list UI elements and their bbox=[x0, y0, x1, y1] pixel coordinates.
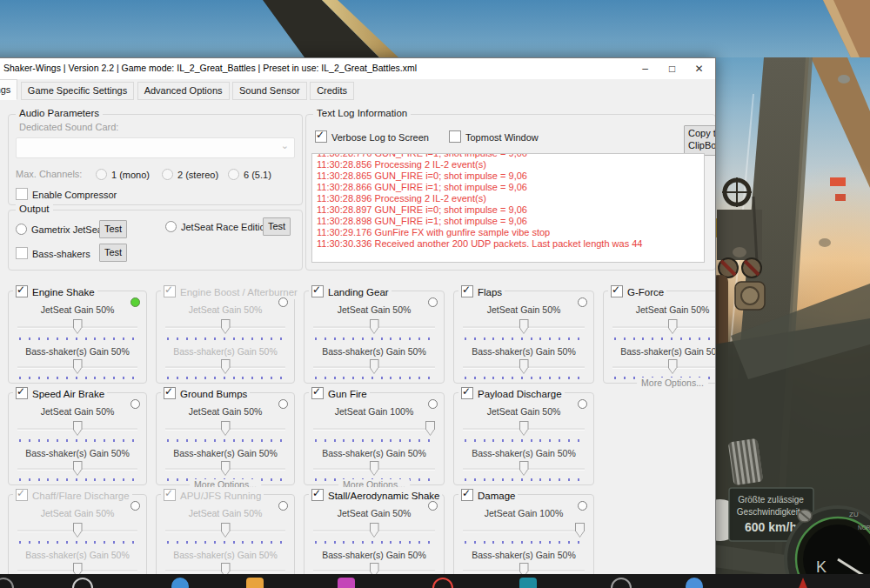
bass-gain-slider[interactable] bbox=[17, 359, 137, 375]
slider-thumb[interactable] bbox=[519, 319, 529, 334]
effect-enable-checkbox[interactable]: ✓ bbox=[164, 489, 176, 501]
tab-credits[interactable]: Credits bbox=[310, 82, 354, 100]
effect-enable-checkbox[interactable]: ✓ bbox=[461, 387, 473, 399]
sim-app-icon[interactable] bbox=[794, 578, 812, 588]
slider-thumb[interactable] bbox=[370, 461, 379, 476]
channels-option-stereo[interactable]: 2 (stereo) bbox=[162, 169, 218, 180]
effect-enable-checkbox[interactable]: ✓ bbox=[164, 387, 176, 399]
effect-enable-checkbox[interactable]: ✓ bbox=[16, 285, 28, 297]
slider-thumb[interactable] bbox=[370, 523, 379, 538]
close-button[interactable]: ✕ bbox=[686, 58, 713, 79]
radio-icon[interactable] bbox=[228, 169, 239, 180]
radio-icon[interactable] bbox=[16, 224, 27, 235]
effect-enable-checkbox[interactable]: ✓ bbox=[461, 285, 473, 297]
slider-thumb[interactable] bbox=[668, 319, 678, 334]
test-gametrix-button[interactable]: Test bbox=[99, 220, 127, 238]
slider-thumb[interactable] bbox=[221, 421, 231, 436]
checkbox-icon[interactable]: ✓ bbox=[315, 130, 327, 143]
taskbar[interactable] bbox=[0, 574, 870, 588]
effect-enable-checkbox[interactable]: ✓ bbox=[311, 387, 324, 399]
effect-enable-checkbox[interactable]: ✓ bbox=[16, 489, 28, 501]
checkbox-icon[interactable]: ✓ bbox=[16, 188, 28, 200]
opera-icon[interactable] bbox=[432, 578, 453, 588]
bass-gain-slider[interactable] bbox=[17, 461, 137, 477]
effect-enable-checkbox[interactable]: ✓ bbox=[16, 387, 28, 399]
slider-thumb[interactable] bbox=[73, 319, 83, 334]
test-race-button[interactable]: Test bbox=[263, 217, 291, 236]
tab-advanced-options[interactable]: Advanced Options bbox=[137, 82, 230, 100]
slider-thumb[interactable] bbox=[221, 461, 231, 476]
steam-icon[interactable] bbox=[611, 578, 632, 588]
jetseat-gain-slider[interactable] bbox=[17, 523, 137, 538]
minimize-button[interactable]: – bbox=[632, 58, 659, 79]
effect-enable-checkbox[interactable]: ✓ bbox=[611, 285, 623, 297]
bass-gain-slider[interactable] bbox=[165, 359, 285, 375]
slider-thumb[interactable] bbox=[221, 359, 231, 374]
tab-general-settings[interactable]: al Settings bbox=[0, 79, 17, 100]
effect-enable-checkbox[interactable]: ✓ bbox=[311, 489, 324, 501]
radio-icon[interactable] bbox=[162, 169, 173, 180]
slider-thumb[interactable] bbox=[73, 421, 83, 436]
jetseat-gain-slider[interactable] bbox=[463, 319, 585, 335]
slider-thumb[interactable] bbox=[519, 359, 529, 374]
jetseat-gain-slider[interactable] bbox=[463, 523, 585, 538]
log-output[interactable]: 11:30:28.776 GUN_FIRE i=1; shot impulse … bbox=[311, 153, 705, 263]
jetseat-gain-slider[interactable] bbox=[612, 319, 716, 335]
slider-thumb[interactable] bbox=[221, 319, 231, 334]
slider-thumb[interactable] bbox=[370, 359, 379, 374]
bass-gain-slider[interactable] bbox=[612, 359, 716, 375]
jetseat-gain-slider[interactable] bbox=[165, 319, 285, 335]
dev-app-icon[interactable] bbox=[519, 578, 537, 588]
tab-game-specific-settings[interactable]: Game Specific Settings bbox=[21, 82, 134, 100]
channels-option-51[interactable]: 6 (5.1) bbox=[228, 169, 271, 180]
checkbox-icon[interactable]: ✓ bbox=[449, 130, 461, 143]
copy-to-clipboard-button[interactable]: Copy tClipBo bbox=[684, 125, 716, 156]
folder-icon[interactable] bbox=[246, 578, 264, 588]
effect-enable-checkbox[interactable]: ✓ bbox=[461, 489, 473, 501]
enable-compressor-checkbox[interactable]: ✓Enable Compressor bbox=[16, 188, 117, 200]
bass-gain-slider[interactable] bbox=[463, 461, 585, 477]
sound-card-select[interactable]: ⌄ bbox=[16, 137, 295, 158]
taskbar-icon-partial[interactable] bbox=[0, 578, 14, 588]
output-option-bass-shakers[interactable]: ✓Bass-shakers bbox=[16, 247, 90, 259]
checkbox-icon[interactable]: ✓ bbox=[16, 247, 28, 259]
jetseat-gain-slider[interactable] bbox=[463, 421, 585, 437]
title-bar[interactable]: Shaker-Wings | Version 2.2 | Game mode: … bbox=[0, 58, 715, 79]
bass-gain-slider[interactable] bbox=[313, 461, 435, 477]
bass-gain-slider[interactable] bbox=[165, 461, 285, 477]
slider-thumb[interactable] bbox=[370, 319, 379, 334]
jetseat-gain-slider[interactable] bbox=[313, 319, 435, 335]
maximize-button[interactable]: □ bbox=[659, 58, 686, 79]
test-bass-button[interactable]: Test bbox=[99, 244, 127, 262]
slider-thumb[interactable] bbox=[73, 461, 83, 476]
slider-thumb[interactable] bbox=[221, 523, 231, 538]
jetseat-gain-slider[interactable] bbox=[165, 523, 285, 538]
effect-enable-checkbox[interactable]: ✓ bbox=[164, 285, 176, 297]
effect-enable-checkbox[interactable]: ✓ bbox=[311, 285, 324, 297]
bass-gain-slider[interactable] bbox=[313, 359, 435, 375]
jetseat-gain-slider[interactable] bbox=[165, 421, 285, 437]
verbose-log-checkbox[interactable]: ✓Verbose Log to Screen bbox=[315, 130, 429, 143]
channels-option-mono[interactable]: 1 (mono) bbox=[96, 169, 150, 180]
slider-thumb[interactable] bbox=[73, 359, 83, 374]
slider-thumb[interactable] bbox=[575, 523, 585, 538]
slider-thumb[interactable] bbox=[425, 421, 435, 436]
tab-sound-sensor[interactable]: Sound Sensor bbox=[232, 82, 307, 100]
jetseat-gain-slider[interactable] bbox=[313, 421, 435, 437]
jetseat-gain-slider[interactable] bbox=[17, 319, 137, 335]
slider-thumb[interactable] bbox=[668, 359, 678, 374]
search-icon[interactable] bbox=[72, 578, 93, 588]
jetseat-gain-slider[interactable] bbox=[17, 421, 137, 437]
output-option-jetseat-race[interactable]: JetSeat Race Edition bbox=[165, 221, 271, 232]
jetseat-gain-slider[interactable] bbox=[313, 523, 435, 538]
radio-icon[interactable] bbox=[165, 221, 177, 232]
output-option-gametrix-jetseat[interactable]: Gametrix JetSeat bbox=[16, 224, 105, 235]
discord-icon[interactable] bbox=[686, 578, 703, 588]
photos-icon[interactable] bbox=[338, 578, 355, 588]
more-options-link[interactable]: More Options... bbox=[637, 378, 708, 388]
slider-thumb[interactable] bbox=[73, 523, 83, 538]
slider-thumb[interactable] bbox=[519, 461, 529, 476]
slider-thumb[interactable] bbox=[519, 421, 529, 436]
topmost-window-checkbox[interactable]: ✓Topmost Window bbox=[449, 130, 539, 143]
radio-icon[interactable] bbox=[96, 169, 107, 180]
